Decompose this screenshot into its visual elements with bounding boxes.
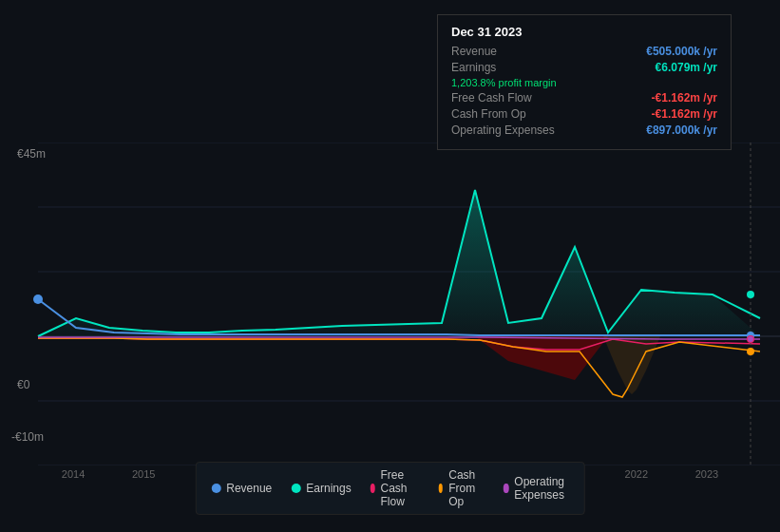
tooltip-revenue: Revenue €505.000k /yr	[451, 45, 717, 58]
tooltip-fcf: Free Cash Flow -€1.162m /yr	[451, 91, 717, 104]
tooltip-opex: Operating Expenses €897.000k /yr	[451, 124, 717, 137]
legend-opex-dot	[504, 484, 508, 493]
legend: Revenue Earnings Free Cash Flow Cash Fro…	[195, 462, 585, 515]
chart-container: Dec 31 2023 Revenue €505.000k /yr Earnin…	[0, 0, 780, 532]
x-label-2015: 2015	[132, 468, 155, 480]
legend-earnings-dot	[291, 484, 300, 493]
tooltip-earnings-label: Earnings	[451, 61, 496, 74]
legend-cfo[interactable]: Cash From Op	[438, 468, 485, 508]
legend-revenue[interactable]: Revenue	[211, 482, 272, 495]
tooltip-cfo: Cash From Op -€1.162m /yr	[451, 107, 717, 121]
legend-fcf[interactable]: Free Cash Flow	[371, 468, 420, 508]
legend-revenue-label: Revenue	[226, 482, 272, 495]
svg-point-8	[747, 291, 754, 298]
legend-earnings-label: Earnings	[306, 482, 351, 495]
tooltip-opex-value: €897.000k /yr	[646, 124, 717, 137]
tooltip-fcf-label: Free Cash Flow	[451, 91, 532, 104]
tooltip-earnings: Earnings €6.079m /yr	[451, 61, 717, 74]
legend-fcf-label: Free Cash Flow	[381, 468, 420, 508]
legend-cfo-dot	[438, 484, 443, 493]
svg-point-11	[747, 348, 754, 355]
x-label-2022: 2022	[625, 468, 648, 480]
legend-cfo-label: Cash From Op	[448, 468, 485, 508]
tooltip-cfo-label: Cash From Op	[451, 107, 526, 121]
svg-point-12	[748, 336, 753, 342]
tooltip-cfo-value: -€1.162m /yr	[652, 107, 717, 121]
legend-revenue-dot	[211, 484, 220, 493]
x-label-2014: 2014	[62, 468, 85, 480]
legend-opex-label: Operating Expenses	[514, 475, 568, 502]
tooltip-earnings-value: €6.079m /yr	[656, 61, 717, 74]
x-label-2023: 2023	[695, 468, 718, 480]
svg-point-6	[33, 294, 43, 304]
legend-opex[interactable]: Operating Expenses	[504, 475, 569, 502]
tooltip-box: Dec 31 2023 Revenue €505.000k /yr Earnin…	[437, 14, 732, 150]
legend-fcf-dot	[371, 484, 375, 493]
chart-svg	[0, 142, 780, 466]
tooltip-revenue-label: Revenue	[451, 45, 497, 58]
tooltip-revenue-value: €505.000k /yr	[646, 45, 717, 58]
tooltip-date: Dec 31 2023	[451, 25, 717, 39]
tooltip-profit-margin: 1,203.8% profit margin	[451, 77, 717, 88]
legend-earnings[interactable]: Earnings	[291, 482, 351, 495]
tooltip-fcf-value: -€1.162m /yr	[652, 91, 717, 104]
tooltip-opex-label: Operating Expenses	[451, 124, 555, 137]
